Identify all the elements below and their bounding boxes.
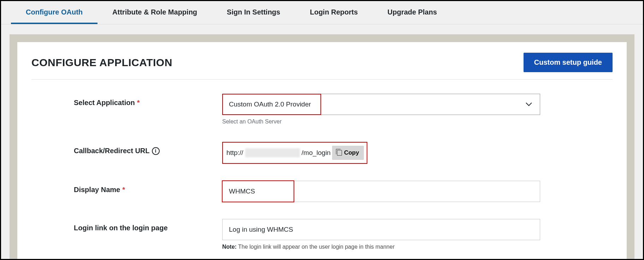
note-label: Note: <box>222 244 237 250</box>
redacted-host <box>245 148 300 157</box>
login-link-note: Note: The login link will appear on the … <box>222 244 613 250</box>
label-text-login-link: Login link on the login page <box>74 224 168 232</box>
required-asterisk: * <box>122 186 125 194</box>
field-display-name <box>222 181 613 202</box>
label-text-select-application: Select Application <box>74 99 135 107</box>
label-callback-url: Callback/Redirect URL i <box>31 142 222 155</box>
tab-sign-in-settings[interactable]: Sign In Settings <box>212 1 295 24</box>
display-name-input[interactable] <box>222 181 540 202</box>
config-panel: CONFIGURE APPLICATION Custom setup guide… <box>17 42 627 260</box>
tab-login-reports[interactable]: Login Reports <box>295 1 373 24</box>
select-application-dropdown[interactable]: Custom OAuth 2.0 Provider <box>222 94 540 115</box>
login-link-input[interactable] <box>222 219 540 240</box>
info-icon[interactable]: i <box>152 147 160 155</box>
callback-prefix: http:// <box>226 149 243 157</box>
callback-url-value: http:// /mo_login <box>226 148 331 157</box>
panel-header: CONFIGURE APPLICATION Custom setup guide <box>31 53 613 80</box>
row-select-application: Select Application* Custom OAuth 2.0 Pro… <box>31 94 613 125</box>
label-select-application: Select Application* <box>31 94 222 107</box>
row-display-name: Display Name* <box>31 181 613 202</box>
row-callback-url: Callback/Redirect URL i http:// /mo_logi… <box>31 142 613 164</box>
chevron-down-icon <box>526 101 532 108</box>
field-select-application: Custom OAuth 2.0 Provider Select an OAut… <box>222 94 613 125</box>
callback-url-box: http:// /mo_login Copy <box>222 142 367 164</box>
tab-attribute-role-mapping[interactable]: Attribute & Role Mapping <box>98 1 212 24</box>
tab-upgrade-plans[interactable]: Upgrade Plans <box>373 1 452 24</box>
row-login-link: Login link on the login page Note: The l… <box>31 219 613 250</box>
copy-button[interactable]: Copy <box>332 146 364 160</box>
label-text-display-name: Display Name <box>74 186 120 194</box>
required-asterisk: * <box>137 99 140 107</box>
field-callback-url: http:// /mo_login Copy <box>222 142 613 164</box>
form-body: Select Application* Custom OAuth 2.0 Pro… <box>31 80 613 250</box>
outer-container: CONFIGURE APPLICATION Custom setup guide… <box>10 34 634 260</box>
tab-bar: Configure OAuth Attribute & Role Mapping… <box>1 1 643 24</box>
copy-label: Copy <box>344 149 359 156</box>
select-application-hint: Select an OAuth Server <box>222 119 613 125</box>
custom-setup-guide-button[interactable]: Custom setup guide <box>524 53 613 72</box>
callback-suffix: /mo_login <box>302 149 331 157</box>
label-text-callback: Callback/Redirect URL <box>74 147 150 155</box>
tab-configure-oauth[interactable]: Configure OAuth <box>11 1 98 24</box>
field-login-link: Note: The login link will appear on the … <box>222 219 613 250</box>
note-text: The login link will appear on the user l… <box>237 244 395 250</box>
label-login-link: Login link on the login page <box>31 219 222 232</box>
panel-title: CONFIGURE APPLICATION <box>31 57 172 69</box>
select-application-value: Custom OAuth 2.0 Provider <box>223 100 311 108</box>
label-display-name: Display Name* <box>31 181 222 194</box>
copy-icon <box>337 150 342 156</box>
